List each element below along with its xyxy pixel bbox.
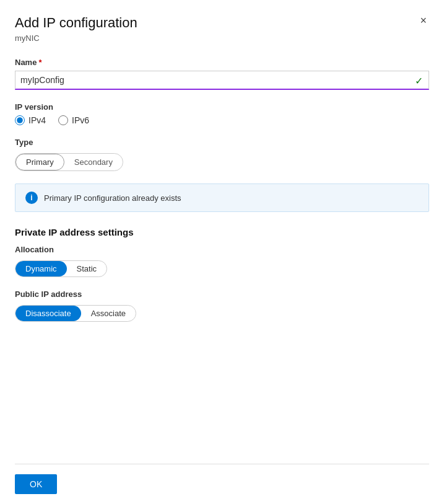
add-ip-config-dialog: Add IP configuration × myNIC Name * ✓ IP… (0, 0, 444, 504)
close-button[interactable]: × (417, 15, 429, 26)
dialog-subtitle: myNIC (15, 33, 429, 43)
private-ip-section: Private IP address settings Allocation D… (15, 227, 429, 277)
info-icon: i (25, 192, 38, 204)
name-input-wrapper: ✓ (15, 71, 429, 90)
dialog-header: Add IP configuration × (15, 15, 429, 31)
dialog-footer: OK (15, 464, 429, 504)
type-primary-button[interactable]: Primary (15, 154, 64, 170)
allocation-toggle-group: Dynamic Static (15, 260, 107, 277)
ipv6-radio-label[interactable]: IPv6 (58, 115, 89, 125)
type-label: Type (15, 138, 429, 147)
ipv4-label: IPv4 (28, 115, 46, 125)
ok-button[interactable]: OK (15, 474, 57, 494)
name-section: Name * ✓ (15, 58, 429, 90)
ip-version-section: IP version IPv4 IPv6 (15, 102, 429, 125)
name-label: Name * (15, 58, 429, 67)
dialog-title: Add IP configuration (15, 15, 137, 31)
ip-version-radio-group: IPv4 IPv6 (15, 115, 429, 125)
name-input[interactable] (15, 71, 429, 90)
public-ip-toggle-group: Disassociate Associate (15, 305, 136, 322)
associate-button[interactable]: Associate (81, 306, 136, 321)
private-ip-heading: Private IP address settings (15, 227, 429, 237)
ipv4-radio-label[interactable]: IPv4 (15, 115, 46, 125)
type-section: Type Primary Secondary (15, 138, 429, 171)
type-toggle-group: Primary Secondary (15, 153, 123, 171)
info-banner-text: Primary IP configuration already exists (44, 193, 181, 203)
type-secondary-button[interactable]: Secondary (64, 154, 123, 170)
public-ip-section: Public IP address Disassociate Associate (15, 290, 429, 322)
ip-version-label: IP version (15, 102, 429, 112)
allocation-static-button[interactable]: Static (67, 261, 107, 276)
allocation-dynamic-button[interactable]: Dynamic (15, 261, 67, 276)
allocation-label: Allocation (15, 245, 429, 254)
ipv6-label: IPv6 (72, 115, 89, 125)
required-indicator: * (38, 58, 41, 67)
info-banner: i Primary IP configuration already exist… (15, 183, 429, 212)
ipv4-radio[interactable] (15, 115, 25, 125)
disassociate-button[interactable]: Disassociate (15, 306, 81, 321)
public-ip-label: Public IP address (15, 290, 429, 299)
ipv6-radio[interactable] (58, 115, 68, 125)
input-valid-icon: ✓ (415, 74, 423, 86)
